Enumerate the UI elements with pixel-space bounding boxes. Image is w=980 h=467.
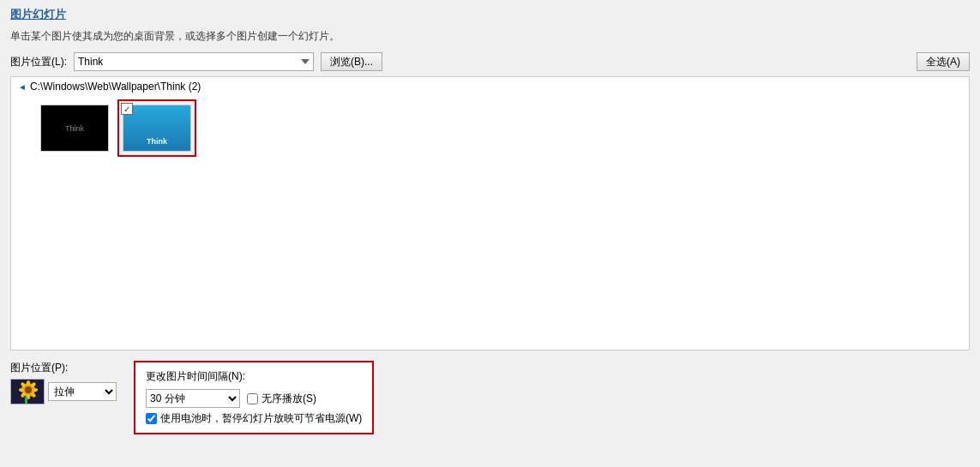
wallpaper-item-1[interactable]: Think	[35, 99, 114, 157]
battery-label: 使用电池时，暂停幻灯片放映可节省电源(W)	[160, 411, 362, 426]
page-title-link[interactable]: 图片幻灯片	[0, 0, 980, 24]
wallpaper-items: Think Think	[18, 96, 962, 160]
svg-point-3	[27, 380, 30, 386]
interval-select[interactable]: 30 分钟 1 分钟 2 分钟 5 分钟 10 分钟 15 分钟 20 分钟 1…	[146, 389, 240, 408]
folder-path: C:\Windows\Web\Wallpaper\Think (2)	[30, 81, 201, 93]
svg-point-5	[19, 388, 24, 392]
wallpaper-item-2[interactable]: Think	[117, 99, 196, 157]
shuffle-label: 无序播放(S)	[262, 392, 316, 406]
position-select[interactable]: 拉伸 居中 平铺 填充 适应	[48, 382, 117, 401]
location-select[interactable]: Think	[74, 52, 314, 71]
wallpaper-2-checkbox[interactable]	[121, 103, 133, 115]
page-description: 单击某个图片使其成为您的桌面背景，或选择多个图片创建一个幻灯片。	[0, 24, 980, 47]
change-interval-section: 更改图片时间间隔(N): 30 分钟 1 分钟 2 分钟 5 分钟 10 分钟 …	[134, 361, 374, 434]
select-all-button[interactable]: 全选(A)	[917, 52, 970, 71]
picture-position-section: 图片位置(P):	[10, 361, 117, 404]
browse-button[interactable]: 浏览(B)...	[321, 52, 382, 71]
change-interval-title: 更改图片时间间隔(N):	[146, 369, 362, 384]
position-preview-thumb	[10, 379, 45, 404]
picture-position-label: 图片位置(P):	[10, 361, 117, 375]
battery-checkbox[interactable]	[146, 413, 157, 424]
wallpaper-2-label: Think	[147, 137, 167, 146]
wallpaper-1-label: Think	[65, 124, 84, 133]
folder-arrow-icon: ◄	[18, 82, 27, 92]
svg-point-6	[33, 388, 38, 392]
shuffle-checkbox[interactable]	[247, 393, 258, 404]
wallpaper-grid: ◄ C:\Windows\Web\Wallpaper\Think (2) Thi…	[10, 76, 970, 350]
svg-rect-11	[25, 397, 27, 404]
location-label: 图片位置(L):	[10, 55, 67, 69]
svg-point-2	[25, 386, 32, 393]
